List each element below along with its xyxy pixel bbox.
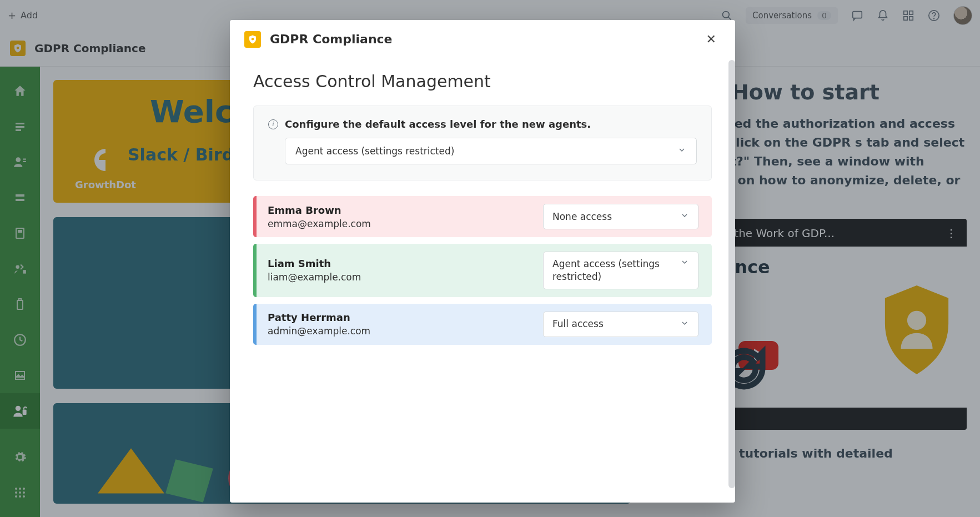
default-access-select[interactable]: Agent access (settings restricted): [285, 138, 697, 164]
modal-title: GDPR Compliance: [270, 32, 393, 46]
close-icon[interactable]: ✕: [702, 30, 721, 48]
agent-access-select[interactable]: Full access: [543, 312, 698, 337]
agent-email: admin@example.com: [268, 325, 370, 337]
agent-name: Emma Brown: [268, 204, 371, 216]
agent-access-select[interactable]: None access: [543, 204, 698, 229]
agent-access-value: None access: [552, 210, 612, 223]
chevron-down-icon: [680, 258, 689, 269]
agent-row: Liam Smith liam@example.com Agent access…: [253, 244, 712, 297]
default-access-box: i Configure the default access level for…: [253, 106, 712, 180]
info-icon: i: [268, 119, 278, 129]
chevron-down-icon: [680, 211, 689, 222]
modal-header: GDPR Compliance ✕: [230, 20, 735, 58]
chevron-down-icon: [677, 145, 686, 157]
agent-email: emma@example.com: [268, 218, 371, 229]
agent-row: Patty Herrman admin@example.com Full acc…: [253, 304, 712, 345]
chevron-down-icon: [680, 319, 689, 330]
default-access-value: Agent access (settings restricted): [295, 145, 454, 157]
default-access-label: Configure the default access level for t…: [285, 118, 591, 130]
agent-name: Patty Herrman: [268, 312, 370, 323]
modal-logo-icon: [244, 31, 261, 48]
scrollbar-thumb[interactable]: [728, 60, 735, 488]
agent-access-select[interactable]: Agent access (settings restricted): [543, 252, 698, 289]
agent-access-value: Agent access (settings restricted): [552, 258, 669, 283]
agent-name: Liam Smith: [268, 258, 361, 269]
agent-row: Emma Brown emma@example.com None access: [253, 196, 712, 237]
svg-point-49: [252, 38, 254, 41]
modal-body: Access Control Management i Configure th…: [230, 58, 735, 503]
gdpr-modal: GDPR Compliance ✕ Access Control Managem…: [230, 20, 735, 503]
agent-access-value: Full access: [552, 318, 604, 330]
acm-heading: Access Control Management: [253, 72, 712, 91]
agent-email: liam@example.com: [268, 272, 361, 283]
